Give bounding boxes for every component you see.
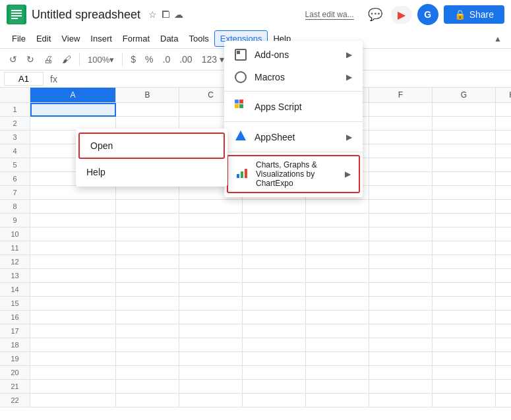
cell-H20[interactable] [496,366,511,380]
collapse-menu-button[interactable]: ▲ [491,33,504,45]
cell-H16[interactable] [496,311,511,324]
menu-edit[interactable]: Edit [31,31,56,46]
cell-G11[interactable] [433,241,496,255]
cell-F5[interactable] [369,158,433,172]
menu-file[interactable]: File [7,31,31,46]
row-num-16[interactable]: 16 [0,311,30,324]
cell-B13[interactable] [116,269,179,283]
cell-C9[interactable] [179,214,243,227]
col-header-A[interactable]: A [30,88,116,102]
row-num-7[interactable]: 7 [0,186,30,200]
row-num-8[interactable]: 8 [0,200,30,214]
cell-F2[interactable] [369,117,433,131]
cell-E12[interactable] [306,255,369,269]
cell-F13[interactable] [369,269,433,283]
format-decimal1-button[interactable]: .0 [159,51,175,67]
cell-C20[interactable] [179,366,243,380]
cell-H19[interactable] [496,352,511,366]
cell-A9[interactable] [30,214,116,227]
format-percent-button[interactable]: % [141,51,157,67]
cell-B8[interactable] [116,200,179,214]
row-num-10[interactable]: 10 [0,227,30,241]
row-num-5[interactable]: 5 [0,158,30,172]
chartexpo-open[interactable]: Open [78,133,225,159]
cell-B17[interactable] [116,324,179,338]
row-num-15[interactable]: 15 [0,297,30,311]
cell-D15[interactable] [243,297,306,311]
cell-A1[interactable] [30,103,116,117]
cell-F18[interactable] [369,338,433,352]
row-num-14[interactable]: 14 [0,283,30,297]
cell-F10[interactable] [369,227,433,241]
zoom-control[interactable]: 100% ▾ [84,53,118,66]
cloud-icon[interactable]: ☁ [174,9,183,20]
cell-G13[interactable] [433,269,496,283]
col-header-F[interactable]: F [369,88,433,102]
row-num-6[interactable]: 6 [0,172,30,186]
cell-F20[interactable] [369,366,433,380]
row-num-17[interactable]: 17 [0,324,30,338]
cell-B11[interactable] [116,241,179,255]
cell-B20[interactable] [116,366,179,380]
cell-H11[interactable] [496,241,511,255]
cell-D9[interactable] [243,214,306,227]
cell-G6[interactable] [433,172,496,186]
cell-C11[interactable] [179,241,243,255]
cell-F7[interactable] [369,186,433,200]
cell-E14[interactable] [306,283,369,297]
cell-H7[interactable] [496,186,511,200]
row-num-18[interactable]: 18 [0,338,30,352]
row-num-4[interactable]: 4 [0,144,30,158]
cell-B9[interactable] [116,214,179,227]
cell-E16[interactable] [306,311,369,324]
cell-D21[interactable] [243,380,306,394]
cell-G7[interactable] [433,186,496,200]
col-header-G[interactable]: G [433,88,496,102]
undo-button[interactable]: ↺ [5,51,21,67]
row-num-20[interactable]: 20 [0,366,30,380]
cell-D20[interactable] [243,366,306,380]
col-header-H[interactable]: H [496,88,511,102]
cell-C16[interactable] [179,311,243,324]
cell-B1[interactable] [116,103,179,117]
cell-D8[interactable] [243,200,306,214]
cell-G1[interactable] [433,103,496,117]
print-button[interactable]: 🖨 [40,51,57,67]
cell-G8[interactable] [433,200,496,214]
cell-F21[interactable] [369,380,433,394]
cell-E17[interactable] [306,324,369,338]
cell-reference-input[interactable] [4,72,44,86]
menu-data[interactable]: Data [155,31,183,46]
cell-D12[interactable] [243,255,306,269]
cell-B7[interactable] [116,186,179,200]
cell-D22[interactable] [243,394,306,407]
cell-A7[interactable] [30,186,116,200]
cell-H18[interactable] [496,338,511,352]
extensions-chartexpo[interactable]: Charts, Graphs & Visualizations by Chart… [227,155,360,193]
cell-G19[interactable] [433,352,496,366]
cell-C14[interactable] [179,283,243,297]
row-num-3[interactable]: 3 [0,131,30,144]
extensions-macros[interactable]: Macros ▶ [224,66,363,88]
extensions-addons[interactable]: Add-ons ▶ [224,44,363,66]
cell-E8[interactable] [306,200,369,214]
cell-B16[interactable] [116,311,179,324]
cell-D11[interactable] [243,241,306,255]
cell-E19[interactable] [306,352,369,366]
menu-view[interactable]: View [56,31,85,46]
cell-F1[interactable] [369,103,433,117]
avatar[interactable]: G [417,4,438,25]
cell-D14[interactable] [243,283,306,297]
row-num-22[interactable]: 22 [0,394,30,407]
cell-C22[interactable] [179,394,243,407]
open-help-menu[interactable]: Open Help [76,129,227,187]
cell-F16[interactable] [369,311,433,324]
extensions-dropdown[interactable]: Add-ons ▶ Macros ▶ Apps Script [224,41,363,197]
cell-A8[interactable] [30,200,116,214]
cell-A19[interactable] [30,352,116,366]
cell-H13[interactable] [496,269,511,283]
cell-B21[interactable] [116,380,179,394]
format-number-button[interactable]: 123 ▾ [198,51,228,67]
extensions-appsheet[interactable]: AppSheet ▶ [224,125,363,149]
cell-F9[interactable] [369,214,433,227]
